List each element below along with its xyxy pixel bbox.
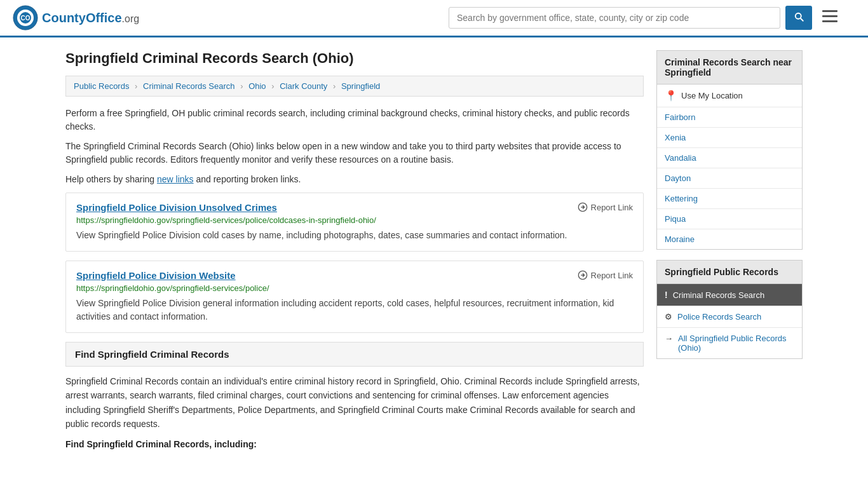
sidebar-city-fairborn[interactable]: Fairborn [657,107,802,128]
description-3: Help others by sharing new links and rep… [65,173,644,186]
sidebar-nearby-list: 📍 Use My Location Fairborn Xenia Vandali… [656,85,803,250]
report-icon-1 [578,202,588,212]
record-title-1: Springfield Police Division Unsolved Cri… [76,202,277,213]
breadcrumb: Public Records › Criminal Records Search… [65,76,644,97]
svg-text:CO: CO [21,15,31,22]
page-title: Springfield Criminal Records Search (Ohi… [65,50,644,67]
location-icon: 📍 [665,90,677,102]
record-url-2[interactable]: https://springfieldohio.gov/springfield-… [76,283,633,293]
record-desc-2: View Springfield Police Division general… [76,297,633,323]
svg-rect-6 [822,20,837,22]
new-links-link[interactable]: new links [157,174,194,184]
search-input[interactable] [449,7,780,29]
breadcrumb-springfield[interactable]: Springfield [341,81,380,91]
find-records-header: Find Springfield Criminal Records [65,342,644,367]
record-link-1[interactable]: Springfield Police Division Unsolved Cri… [76,202,277,213]
sidebar-nearby-title: Criminal Records Search near Springfield [656,50,803,85]
report-icon-2 [578,270,588,280]
site-header: CO CountyOffice.org [0,0,868,37]
search-button[interactable] [785,6,812,30]
svg-rect-5 [822,15,837,17]
gear-icon: ⚙ [665,312,672,322]
sidebar-city-xenia[interactable]: Xenia [657,128,802,148]
breadcrumb-criminal-records-search[interactable]: Criminal Records Search [143,81,235,91]
sidebar-city-kettering[interactable]: Kettering [657,189,802,209]
sidebar-use-my-location[interactable]: 📍 Use My Location [657,85,802,107]
record-desc-1: View Springfield Police Division cold ca… [76,229,633,242]
hamburger-icon [822,10,837,23]
sidebar-city-moraine[interactable]: Moraine [657,229,802,249]
exclamation-icon: ! [665,290,668,300]
report-link-button-1[interactable]: Report Link [578,202,633,212]
find-records-description: Springfield Criminal Records contain an … [65,374,644,431]
find-records-subheader: Find Springfield Criminal Records, inclu… [65,439,644,449]
sidebar-records-list: ! Criminal Records Search ⚙ Police Recor… [656,284,803,359]
record-url-1[interactable]: https://springfieldohio.gov/springfield-… [76,215,633,225]
sidebar-city-piqua[interactable]: Piqua [657,209,802,229]
breadcrumb-public-records[interactable]: Public Records [74,81,129,91]
record-link-2[interactable]: Springfield Police Division Website [76,270,236,281]
sidebar: Criminal Records Search near Springfield… [656,50,803,449]
logo[interactable]: CO CountyOffice.org [13,5,139,30]
logo-text: CountyOffice.org [42,11,139,25]
sidebar-public-records-section: Springfield Public Records ! Criminal Re… [656,260,803,359]
content-area: Springfield Criminal Records Search (Ohi… [65,50,644,449]
sidebar-city-vandalia[interactable]: Vandalia [657,148,802,168]
description-1: Perform a free Springfield, OH public cr… [65,107,644,133]
search-icon [793,11,804,22]
sidebar-item-criminal-records[interactable]: ! Criminal Records Search [657,284,802,306]
breadcrumb-clark-county[interactable]: Clark County [280,81,327,91]
sidebar-item-all-records[interactable]: → All Springfield Public Records (Ohio) [657,328,802,358]
breadcrumb-ohio[interactable]: Ohio [248,81,266,91]
search-bar [449,6,843,30]
logo-icon: CO [13,5,38,30]
record-title-2: Springfield Police Division Website [76,270,236,281]
menu-button[interactable] [817,8,843,28]
arrow-icon: → [665,334,673,343]
sidebar-item-police-records[interactable]: ⚙ Police Records Search [657,306,802,328]
sidebar-public-records-title: Springfield Public Records [656,260,803,284]
report-link-button-2[interactable]: Report Link [578,270,633,280]
main-container: Springfield Criminal Records Search (Ohi… [53,37,815,462]
svg-rect-4 [822,10,837,12]
record-item-2: Springfield Police Division Website Repo… [65,261,644,333]
record-item: Springfield Police Division Unsolved Cri… [65,193,644,252]
description-2: The Springfield Criminal Records Search … [65,140,644,166]
sidebar-city-dayton[interactable]: Dayton [657,168,802,189]
